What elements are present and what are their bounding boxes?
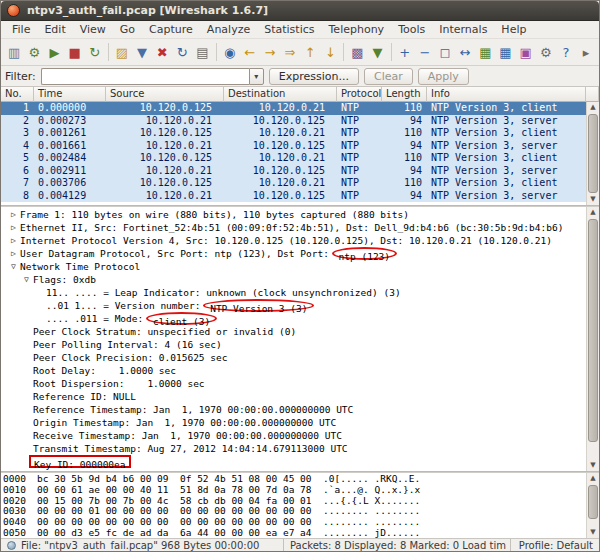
title-bar[interactable]: ntpv3_auth_fail.pcap [Wireshark 1.6.7] (1, 1, 599, 21)
expander-collapsed-icon[interactable]: ▷ (7, 247, 20, 260)
detail-line[interactable]: Key ID: 000000ea (1, 455, 586, 468)
detail-line[interactable]: Root Dispersion: 1.0000 sec (1, 377, 586, 390)
detail-line[interactable]: ▷Ethernet II, Src: Fortinet_52:4b:51 (00… (1, 221, 586, 234)
filter-dropdown-icon[interactable]: ▾ (249, 68, 264, 85)
menu-analyze[interactable]: Analyze (200, 21, 257, 39)
detail-line[interactable]: Transmit Timestamp: Aug 27, 2012 14:04:1… (1, 442, 586, 455)
expander-expanded-icon[interactable]: ▽ (20, 273, 33, 286)
detail-line[interactable]: Root Delay: 1.0000 sec (1, 364, 586, 377)
colorize-icon[interactable]: ▩ (347, 42, 367, 63)
packet-row[interactable]: 80.00412910.120.0.2110.120.0.125NTP94NTP… (1, 190, 586, 203)
reload-icon[interactable]: ↻ (172, 42, 192, 63)
packet-row[interactable]: 50.00248410.120.0.12510.120.0.21NTP110NT… (1, 152, 586, 165)
packet-row[interactable]: 40.00166110.120.0.2110.120.0.125NTP94NTP… (1, 140, 586, 153)
detail-line[interactable]: Peer Polling Interval: 4 (16 sec) (1, 338, 586, 351)
apply-button[interactable]: Apply (418, 68, 469, 85)
capture-filters-icon[interactable]: ▦ (475, 42, 495, 63)
find-packet-icon[interactable]: ◉ (219, 42, 239, 63)
menu-go[interactable]: Go (113, 21, 142, 39)
packet-row[interactable]: 10.00000010.120.0.12510.120.0.21NTP110NT… (1, 102, 586, 115)
detail-line[interactable]: Reference Timestamp: Jan 1, 1970 00:00:0… (1, 403, 586, 416)
filter-input[interactable] (41, 68, 249, 85)
detail-line[interactable]: Peer Clock Precision: 0.015625 sec (1, 351, 586, 364)
detail-line[interactable]: ▷User Datagram Protocol, Src Port: ntp (… (1, 247, 586, 260)
goto-packet-icon[interactable]: ⇒ (280, 42, 300, 63)
menu-telephony[interactable]: Telephony (322, 21, 392, 39)
scroll-thumb[interactable] (588, 114, 598, 193)
preferences-icon[interactable]: ⚙ (536, 42, 556, 63)
col-header-no[interactable]: No. (1, 87, 34, 102)
go-back-icon[interactable]: ← (240, 42, 260, 63)
menu-help[interactable]: Help (494, 21, 533, 39)
packet-row[interactable]: 30.00126110.120.0.12510.120.0.21NTP110NT… (1, 127, 586, 140)
packet-row[interactable]: 20.00027310.120.0.2110.120.0.125NTP94NTP… (1, 115, 586, 128)
detail-line[interactable]: Origin Timestamp: Jan 1, 1970 00:00:00.0… (1, 416, 586, 429)
go-forward-icon[interactable]: → (260, 42, 280, 63)
expander-collapsed-icon[interactable]: ▷ (7, 208, 20, 221)
hex-row[interactable]: 001000 60 61 ae 00 00 40 11 51 8d 0a 78 … (3, 485, 586, 496)
col-header-destination[interactable]: Destination (224, 87, 337, 102)
open-file-icon[interactable]: ▨ (112, 42, 132, 63)
goto-bottom-icon[interactable]: ↓ (320, 42, 340, 63)
col-header-info[interactable]: Info (427, 87, 586, 102)
col-header-length[interactable]: Length (382, 87, 427, 102)
menu-capture[interactable]: Capture (142, 21, 200, 39)
clear-button[interactable]: Clear (364, 68, 413, 85)
zoom-100-icon[interactable]: ◻ (435, 42, 455, 63)
scroll-up-icon[interactable]: ▲ (590, 102, 595, 113)
menu-edit[interactable]: Edit (37, 21, 72, 39)
detail-line[interactable]: Peer Clock Stratum: unspecified or inval… (1, 325, 586, 338)
detail-line[interactable]: Receive Timestamp: Jan 1, 1970 00:00:00.… (1, 429, 586, 442)
help-icon[interactable]: ? (556, 42, 576, 63)
scroll-down-icon[interactable]: ▼ (590, 194, 595, 205)
menu-tools[interactable]: Tools (391, 21, 432, 39)
scroll-up-icon[interactable]: ▲ (590, 207, 595, 218)
expander-expanded-icon[interactable]: ▽ (7, 260, 20, 273)
status-profile[interactable]: Profile: Default (515, 540, 599, 551)
expert-info-icon[interactable] (7, 541, 16, 550)
packet-list-scrollbar[interactable]: ▲ ▼ (586, 102, 599, 205)
detail-line[interactable]: ▷Internet Protocol Version 4, Src: 10.12… (1, 234, 586, 247)
menu-view[interactable]: View (73, 21, 113, 39)
col-header-time[interactable]: Time (34, 87, 106, 102)
goto-top-icon[interactable]: ↑ (300, 42, 320, 63)
toolbar-overflow-icon[interactable]: ▸ (576, 42, 596, 63)
menu-file[interactable]: File (5, 21, 37, 39)
col-header-source[interactable]: Source (106, 87, 224, 102)
list-interfaces-icon[interactable]: ▥ (4, 42, 24, 63)
expression-button[interactable]: Expression... (269, 68, 359, 85)
zoom-out-icon[interactable]: − (415, 42, 435, 63)
scroll-thumb[interactable] (588, 485, 598, 519)
packet-row[interactable]: 60.00291110.120.0.2110.120.0.125NTP94NTP… (1, 165, 586, 178)
packet-row[interactable]: 70.00370610.120.0.12510.120.0.21NTP110NT… (1, 177, 586, 190)
autoscroll-icon[interactable]: ▼ (368, 42, 388, 63)
menu-statistics[interactable]: Statistics (257, 21, 321, 39)
hex-row[interactable]: 005000 00 d3 e5 fc de ad da 6a 44 00 00 … (3, 528, 586, 538)
scroll-down-icon[interactable]: ▼ (590, 460, 595, 471)
detail-line[interactable]: ▽Network Time Protocol (1, 260, 586, 273)
hex-scrollbar[interactable]: ▲ ▼ (586, 473, 599, 538)
coloring-rules-icon[interactable]: ▣ (516, 42, 536, 63)
zoom-in-icon[interactable]: + (395, 42, 415, 63)
detail-line[interactable]: ▽Flags: 0xdb (1, 273, 586, 286)
detail-line[interactable]: Message Authentication Code: e7a4... (1, 468, 586, 471)
restart-capture-icon[interactable]: ↻ (85, 42, 105, 63)
detail-line[interactable]: ..01 1... = Version number: NTP Version … (1, 299, 586, 312)
scroll-thumb[interactable] (588, 219, 598, 442)
resize-columns-icon[interactable]: ↔ (455, 42, 475, 63)
menu-internals[interactable]: Internals (432, 21, 494, 39)
close-file-icon[interactable]: ✖ (152, 42, 172, 63)
expander-collapsed-icon[interactable]: ▷ (7, 221, 20, 234)
detail-line[interactable]: 11.. .... = Leap Indicator: unknown (clo… (1, 286, 586, 299)
start-capture-icon[interactable]: ▶ (44, 42, 64, 63)
save-file-icon[interactable]: ▼ (132, 42, 152, 63)
col-header-protocol[interactable]: Protocol (337, 87, 382, 102)
capture-options-icon[interactable]: ⚙ (24, 42, 44, 63)
detail-line[interactable]: ▷Frame 1: 110 bytes on wire (880 bits), … (1, 208, 586, 221)
expander-collapsed-icon[interactable]: ▷ (7, 234, 20, 247)
scroll-down-icon[interactable]: ▼ (590, 527, 595, 538)
scroll-up-icon[interactable]: ▲ (590, 473, 595, 484)
print-icon[interactable]: ▤ (192, 42, 212, 63)
detail-line[interactable]: Reference ID: NULL (1, 390, 586, 403)
stop-capture-icon[interactable]: ■ (64, 42, 84, 63)
